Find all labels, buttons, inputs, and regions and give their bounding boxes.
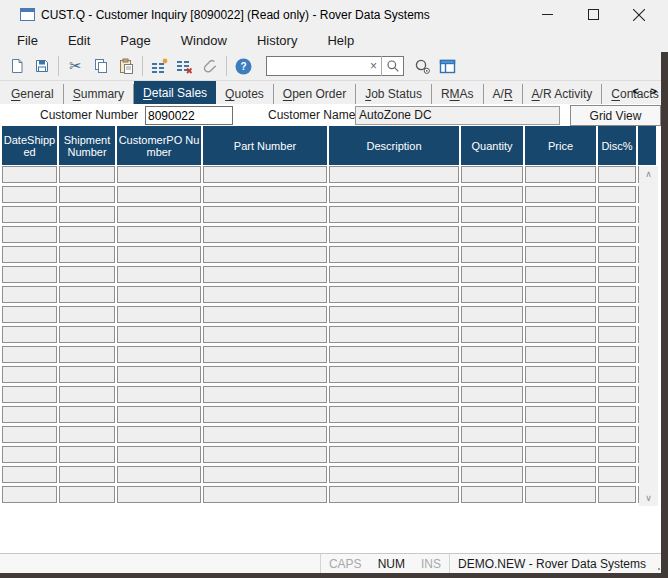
- table-cell[interactable]: [117, 486, 201, 503]
- table-cell[interactable]: [59, 246, 115, 263]
- table-cell[interactable]: [59, 166, 115, 183]
- column-header-description[interactable]: Description: [329, 126, 459, 165]
- table-cell[interactable]: [2, 386, 57, 403]
- table-cell[interactable]: [461, 286, 523, 303]
- table-cell[interactable]: [203, 206, 327, 223]
- table-cell[interactable]: [461, 186, 523, 203]
- table-cell[interactable]: [329, 306, 459, 323]
- table-cell[interactable]: [461, 346, 523, 363]
- tab-scroll-left-icon[interactable]: <: [629, 84, 641, 98]
- table-cell[interactable]: [329, 246, 459, 263]
- table-cell[interactable]: [117, 446, 201, 463]
- table-cell[interactable]: [525, 406, 596, 423]
- table-cell[interactable]: [2, 206, 57, 223]
- customer-number-field[interactable]: [145, 106, 233, 125]
- grid-view-button[interactable]: Grid View: [570, 105, 661, 126]
- table-cell[interactable]: [59, 366, 115, 383]
- table-cell[interactable]: [2, 346, 57, 363]
- table-cell[interactable]: [598, 286, 636, 303]
- table-cell[interactable]: [525, 266, 596, 283]
- tab-summary[interactable]: Summary: [64, 84, 134, 104]
- table-cell[interactable]: [329, 426, 459, 443]
- close-button[interactable]: [616, 0, 662, 29]
- table-cell[interactable]: [117, 306, 201, 323]
- table-cell[interactable]: [461, 366, 523, 383]
- table-cell[interactable]: [203, 226, 327, 243]
- menu-item-page[interactable]: Page: [110, 31, 160, 50]
- table-cell[interactable]: [461, 206, 523, 223]
- table-cell[interactable]: [598, 386, 636, 403]
- table-cell[interactable]: [203, 186, 327, 203]
- table-cell[interactable]: [461, 226, 523, 243]
- copy-icon[interactable]: [88, 54, 113, 79]
- column-header-partial[interactable]: [638, 126, 656, 165]
- table-cell[interactable]: [461, 486, 523, 503]
- column-header-price[interactable]: Price: [525, 126, 596, 165]
- table-cell[interactable]: [117, 346, 201, 363]
- table-cell[interactable]: [598, 186, 636, 203]
- search-icon[interactable]: [381, 56, 403, 76]
- cut-icon[interactable]: ✂: [63, 54, 88, 79]
- delete-row-icon[interactable]: [172, 54, 197, 79]
- table-cell[interactable]: [461, 386, 523, 403]
- table-cell[interactable]: [329, 286, 459, 303]
- table-cell[interactable]: [598, 426, 636, 443]
- tab-rmas[interactable]: RMAs: [432, 84, 484, 104]
- table-cell[interactable]: [525, 346, 596, 363]
- table-cell[interactable]: [329, 166, 459, 183]
- table-cell[interactable]: [59, 186, 115, 203]
- scroll-down-icon[interactable]: ∨: [639, 490, 658, 506]
- table-cell[interactable]: [203, 266, 327, 283]
- table-cell[interactable]: [2, 246, 57, 263]
- lookup-icon[interactable]: [410, 54, 435, 79]
- table-cell[interactable]: [59, 406, 115, 423]
- table-cell[interactable]: [117, 466, 201, 483]
- table-cell[interactable]: [117, 366, 201, 383]
- table-cell[interactable]: [525, 306, 596, 323]
- table-cell[interactable]: [203, 426, 327, 443]
- table-cell[interactable]: [2, 226, 57, 243]
- table-cell[interactable]: [59, 466, 115, 483]
- table-cell[interactable]: [203, 166, 327, 183]
- table-cell[interactable]: [525, 166, 596, 183]
- table-cell[interactable]: [59, 326, 115, 343]
- table-cell[interactable]: [2, 426, 57, 443]
- table-cell[interactable]: [525, 366, 596, 383]
- table-cell[interactable]: [598, 206, 636, 223]
- table-cell[interactable]: [598, 346, 636, 363]
- tab-open-order[interactable]: Open Order: [274, 84, 356, 104]
- paste-icon[interactable]: [113, 54, 138, 79]
- table-cell[interactable]: [525, 466, 596, 483]
- column-header-shipmentnumber[interactable]: ShipmentNumber: [59, 126, 115, 165]
- table-cell[interactable]: [598, 166, 636, 183]
- help-icon[interactable]: ?: [231, 54, 256, 79]
- table-cell[interactable]: [117, 266, 201, 283]
- table-cell[interactable]: [2, 286, 57, 303]
- table-cell[interactable]: [2, 266, 57, 283]
- tab-general[interactable]: General: [2, 84, 64, 104]
- table-cell[interactable]: [59, 306, 115, 323]
- table-cell[interactable]: [329, 206, 459, 223]
- clear-search-icon[interactable]: ×: [366, 59, 381, 73]
- table-cell[interactable]: [203, 366, 327, 383]
- table-cell[interactable]: [598, 326, 636, 343]
- table-cell[interactable]: [59, 446, 115, 463]
- table-cell[interactable]: [2, 486, 57, 503]
- minimize-button[interactable]: [524, 0, 570, 29]
- search-input[interactable]: [267, 58, 366, 74]
- table-cell[interactable]: [203, 446, 327, 463]
- table-cell[interactable]: [461, 426, 523, 443]
- table-cell[interactable]: [2, 326, 57, 343]
- table-cell[interactable]: [203, 286, 327, 303]
- table-cell[interactable]: [117, 426, 201, 443]
- table-cell[interactable]: [203, 306, 327, 323]
- table-cell[interactable]: [329, 326, 459, 343]
- table-cell[interactable]: [2, 186, 57, 203]
- table-cell[interactable]: [2, 166, 57, 183]
- table-cell[interactable]: [2, 366, 57, 383]
- table-cell[interactable]: [329, 446, 459, 463]
- table-cell[interactable]: [117, 326, 201, 343]
- column-header-quantity[interactable]: Quantity: [461, 126, 523, 165]
- table-cell[interactable]: [329, 226, 459, 243]
- table-cell[interactable]: [203, 466, 327, 483]
